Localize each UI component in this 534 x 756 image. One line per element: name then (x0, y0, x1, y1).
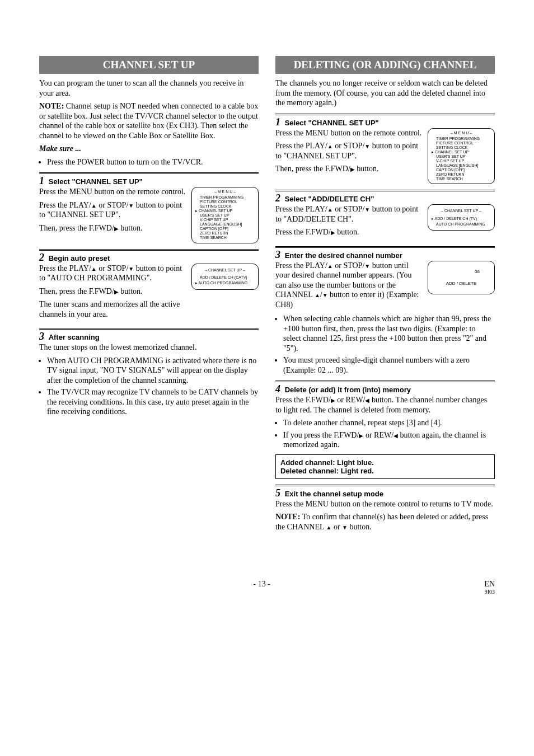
right-arrow-icon (350, 165, 355, 173)
up-arrow-icon (326, 523, 331, 531)
step-2-body: Press the PLAY/ or STOP/ button to point… (39, 264, 187, 323)
step-5-note: NOTE: To confirm that channel(s) has bee… (275, 512, 495, 532)
menu-osd-box: – M E N U – TIMER PROGRAMMING PICTURE CO… (191, 187, 259, 243)
channel-setup-osd-box: – CHANNEL SET UP – ADD / DELETE CH (TV) … (428, 204, 495, 231)
step-1-body: Press the MENU button on the remote cont… (275, 128, 423, 177)
right-arrow-icon (114, 224, 119, 232)
down-arrow-icon (322, 290, 328, 299)
step-3-title: 3 After scanning (39, 328, 259, 342)
step-1-title: 1 Select "CHANNEL SET UP" (275, 114, 495, 128)
step-3-body: Press the PLAY/ or STOP/ button until yo… (275, 261, 423, 313)
step-2-body: Press the PLAY/ or STOP/ button to point… (275, 204, 423, 241)
up-arrow-icon (327, 261, 333, 270)
bullet-item: When selecting cable channels which are … (283, 314, 495, 353)
up-arrow-icon (315, 290, 320, 299)
make-sure-heading: Make sure ... (39, 144, 259, 154)
step-1-body: Press the MENU button on the remote cont… (39, 187, 187, 236)
down-arrow-icon (364, 205, 370, 213)
menu-osd-box: – M E N U – TIMER PROGRAMMING PICTURE CO… (428, 128, 495, 185)
section-title-deleting-adding: DELETING (OR ADDING) CHANNEL (275, 56, 495, 74)
bullet-item: The TV/VCR may recognize TV channels to … (47, 387, 259, 417)
step-2-title: 2 Select "ADD/DELETE CH" (275, 190, 495, 204)
footer-lang: EN (484, 580, 495, 588)
intro-paragraph: You can program the tuner to scan all th… (39, 78, 259, 98)
page-footer: - 13 - EN 9I03 (39, 580, 495, 595)
channel-display-osd-box: 08 ADD / DELETE (428, 261, 495, 294)
up-arrow-icon (327, 205, 333, 213)
left-arrow-icon (394, 431, 398, 439)
step-3-bullets: When AUTO CH PROGRAMMING is activated wh… (39, 356, 259, 417)
bullet-item: When AUTO CH PROGRAMMING is activated wh… (47, 356, 259, 386)
up-arrow-icon (327, 142, 333, 150)
make-sure-item: Press the POWER button to turn on the TV… (47, 157, 259, 167)
up-arrow-icon (91, 264, 97, 273)
channel-setup-osd-box: – CHANNEL SET UP – ADD / DELETE CH (CATV… (191, 264, 259, 290)
page-number: - 13 - (254, 580, 270, 595)
bullet-item: You must proceed single-digit channel nu… (283, 355, 495, 375)
step-5-title: 5 Exit the channel setup mode (275, 485, 495, 499)
note-paragraph: NOTE: Channel setup is NOT needed when c… (39, 101, 259, 140)
down-arrow-icon (364, 261, 370, 270)
bullet-item: To delete another channel, repeat steps … (283, 418, 495, 428)
bullet-item: If you press the F.FWD/ or REW/ button a… (283, 430, 495, 450)
step-4-body: Press the F.FWD/ or REW/ button. The cha… (275, 395, 495, 415)
step-3-bullets: When selecting cable channels which are … (275, 314, 495, 375)
right-column: DELETING (OR ADDING) CHANNEL The channel… (275, 56, 495, 535)
left-column: CHANNEL SET UP You can program the tuner… (39, 56, 259, 535)
step-4-title: 4 Delete (or add) it from (into) memory (275, 381, 495, 395)
down-arrow-icon (128, 264, 134, 273)
down-arrow-icon (128, 201, 134, 209)
step-3-body: The tuner stops on the lowest memorized … (39, 342, 259, 353)
step-2-title: 2 Begin auto preset (39, 249, 259, 264)
step-4-bullets: To delete another channel, repeat steps … (275, 418, 495, 450)
right-arrow-icon (331, 396, 335, 404)
make-sure-list: Press the POWER button to turn on the TV… (39, 157, 259, 167)
down-arrow-icon (364, 142, 370, 150)
footer-code: 9I03 (484, 589, 495, 595)
step-5-body: Press the MENU button on the remote cont… (275, 499, 495, 509)
step-1-title: 1 Select "CHANNEL SET UP" (39, 172, 259, 187)
intro-paragraph: The channels you no longer receive or se… (275, 78, 495, 108)
up-arrow-icon (91, 201, 97, 209)
highlight-box: Added channel: Light blue. Deleted chann… (275, 454, 495, 479)
right-arrow-icon (331, 228, 335, 236)
right-arrow-icon (114, 287, 119, 295)
section-title-channel-set-up: CHANNEL SET UP (39, 56, 259, 74)
down-arrow-icon (342, 523, 348, 531)
step-3-title: 3 Enter the desired channel number (275, 246, 495, 261)
